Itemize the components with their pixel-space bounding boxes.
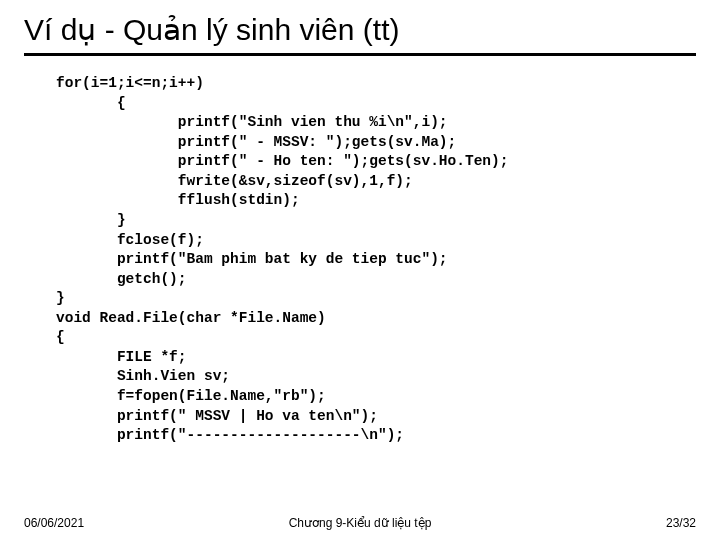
footer-chapter: Chương 9-Kiểu dữ liệu tệp [0, 516, 720, 530]
title-underline [24, 53, 696, 56]
slide-title: Ví dụ - Quản lý sinh viên (tt) [0, 0, 720, 51]
slide: Ví dụ - Quản lý sinh viên (tt) for(i=1;i… [0, 0, 720, 540]
footer-page: 23/32 [666, 516, 696, 530]
code-block: for(i=1;i<=n;i++) { printf("Sinh vien th… [56, 74, 720, 446]
